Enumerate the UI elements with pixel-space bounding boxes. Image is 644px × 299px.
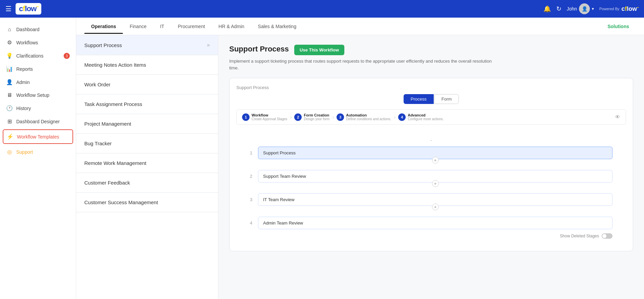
history-icon: 🕐 bbox=[6, 105, 13, 111]
list-panel: Support Process » Meeting Notes Action I… bbox=[76, 35, 218, 299]
stage-3-num: 3 bbox=[250, 197, 258, 202]
toggle-form-btn[interactable]: Form bbox=[434, 94, 459, 104]
tab-hr-admin-label: HR & Admin bbox=[218, 24, 244, 29]
step-3-title: Automation bbox=[346, 113, 391, 117]
refresh-icon[interactable]: ↻ bbox=[556, 5, 561, 13]
sidebar-item-support[interactable]: ◎ Support bbox=[0, 145, 76, 158]
sidebar: ⌂ Dashboard ⚙ Workflows 💡 Clarifications… bbox=[0, 18, 76, 299]
sidebar-label-workflow-setup: Workflow Setup bbox=[16, 92, 49, 98]
list-item-label-customer-feedback: Customer Feedback bbox=[84, 180, 130, 186]
step-1-subtitle: Create Approval Stages bbox=[252, 117, 287, 121]
stage-1-plus[interactable]: + bbox=[432, 157, 439, 164]
sidebar-item-dashboard[interactable]: ⌂ Dashboard bbox=[0, 23, 76, 36]
detail-description: Implement a support ticketing process th… bbox=[229, 58, 493, 71]
list-item-work-order[interactable]: Work Order bbox=[76, 75, 218, 94]
toggle-process-btn[interactable]: Process bbox=[404, 94, 434, 104]
stage-1-label: Support Process bbox=[263, 150, 296, 155]
sidebar-item-workflow-templates[interactable]: ⚡ Workflow Templates ← bbox=[3, 129, 73, 144]
step-1-text: Workflow Create Approval Stages bbox=[252, 113, 287, 121]
reports-icon: 📊 bbox=[6, 66, 13, 72]
list-item-label-meeting-notes: Meeting Notes Action Items bbox=[84, 62, 146, 68]
app-body: ⌂ Dashboard ⚙ Workflows 💡 Clarifications… bbox=[0, 18, 644, 299]
step-4-subtitle: Configure more actions. bbox=[408, 117, 444, 121]
sidebar-item-workflow-setup[interactable]: 🖥 Workflow Setup bbox=[0, 89, 76, 102]
list-item-label-project-management: Project Management bbox=[84, 121, 131, 127]
spacer-1 bbox=[250, 163, 613, 170]
chevron-down-icon: ▾ bbox=[592, 6, 594, 11]
tab-it[interactable]: IT bbox=[153, 19, 171, 34]
top-nav: ☰ cflow˜ 🔔 ↻ John 👤 ▾ Powered By cflow˜ bbox=[0, 0, 644, 18]
eye-icon[interactable]: 👁 bbox=[615, 114, 620, 120]
tab-finance[interactable]: Finance bbox=[123, 19, 153, 34]
list-item-label-task-assignment: Task Assignment Process bbox=[84, 101, 142, 107]
list-item-meeting-notes[interactable]: Meeting Notes Action Items bbox=[76, 55, 218, 75]
sidebar-label-clarifications: Clarifications bbox=[16, 53, 43, 59]
tab-procurement[interactable]: Procurement bbox=[171, 19, 212, 34]
detail-header: Support Process Use This Workflow bbox=[229, 45, 633, 55]
step-3-subtitle: Define conditions and actions. bbox=[346, 117, 391, 121]
tab-finance-label: Finance bbox=[130, 24, 147, 29]
stage-3-box[interactable]: IT Team Review + bbox=[258, 193, 613, 206]
stage-2-plus[interactable]: + bbox=[432, 180, 439, 187]
stage-2-num: 2 bbox=[250, 174, 258, 179]
show-deleted-section: Show Deleted Stages bbox=[250, 233, 613, 239]
sidebar-item-clarifications[interactable]: 💡 Clarifications 3 bbox=[0, 49, 76, 62]
sidebar-label-history: History bbox=[16, 106, 31, 111]
stage-4-box[interactable]: Admin Team Review bbox=[258, 217, 613, 229]
sidebar-item-admin[interactable]: 👤 Admin bbox=[0, 76, 76, 89]
sidebar-item-dashboard-designer[interactable]: ⊞ Dashboard Designer bbox=[0, 115, 76, 128]
tab-sales-marketing-label: Sales & Marketing bbox=[258, 24, 297, 29]
stage-1-box[interactable]: Support Process + bbox=[258, 147, 613, 159]
sidebar-item-workflows[interactable]: ⚙ Workflows bbox=[0, 36, 76, 49]
user-section[interactable]: John 👤 ▾ bbox=[567, 3, 594, 14]
list-item-customer-feedback[interactable]: Customer Feedback bbox=[76, 173, 218, 193]
list-item-project-management[interactable]: Project Management bbox=[76, 114, 218, 134]
list-item-remote-work[interactable]: Remote Work Management bbox=[76, 153, 218, 173]
list-item-label-customer-success: Customer Success Management bbox=[84, 199, 158, 205]
tab-it-label: IT bbox=[160, 24, 164, 29]
step-1-num: 1 bbox=[242, 113, 250, 121]
tab-hr-admin[interactable]: HR & Admin bbox=[212, 19, 251, 34]
stage-2-box[interactable]: Support Team Review + bbox=[258, 170, 613, 183]
tab-operations[interactable]: Operations bbox=[84, 19, 123, 34]
list-item-support-process[interactable]: Support Process » bbox=[76, 35, 218, 55]
stage-row-2: 2 Support Team Review + bbox=[250, 170, 613, 183]
tab-operations-label: Operations bbox=[91, 24, 116, 29]
support-icon: ◎ bbox=[6, 149, 13, 155]
stage-4-num: 4 bbox=[250, 220, 258, 226]
list-item-task-assignment[interactable]: Task Assignment Process bbox=[76, 94, 218, 114]
show-deleted-toggle[interactable] bbox=[602, 233, 613, 239]
step-2-subtitle: Design your form bbox=[304, 117, 329, 121]
workflows-icon: ⚙ bbox=[6, 39, 13, 46]
hamburger-icon[interactable]: ☰ bbox=[5, 5, 12, 13]
stage-1-num: 1 bbox=[250, 150, 258, 155]
admin-icon: 👤 bbox=[6, 79, 13, 85]
stage-3-plus[interactable]: + bbox=[432, 204, 439, 210]
sidebar-item-reports[interactable]: 📊 Reports bbox=[0, 62, 76, 76]
sidebar-item-history[interactable]: 🕐 History bbox=[0, 102, 76, 115]
clarifications-icon: 💡 bbox=[6, 52, 13, 59]
step-arrow-1: › bbox=[290, 114, 292, 120]
detail-panel: Support Process Use This Workflow Implem… bbox=[218, 35, 644, 299]
sidebar-label-support: Support bbox=[16, 149, 33, 155]
powered-by-label: Powered By bbox=[599, 7, 619, 11]
use-workflow-button[interactable]: Use This Workflow bbox=[294, 45, 344, 55]
sidebar-label-admin: Admin bbox=[16, 80, 30, 85]
tab-solutions-label: Solutions bbox=[607, 24, 629, 29]
stage-3-label: IT Team Review bbox=[263, 197, 295, 202]
step-2-text: Form Creation Design your form bbox=[304, 113, 329, 121]
tab-nav: Operations Finance IT Procurement HR & A… bbox=[76, 18, 644, 35]
show-deleted-label: Show Deleted Stages bbox=[560, 234, 599, 238]
notification-icon[interactable]: 🔔 bbox=[543, 5, 551, 13]
connector-dot: · bbox=[250, 137, 613, 144]
list-item-bug-tracker[interactable]: Bug Tracker bbox=[76, 134, 218, 153]
list-item-customer-success[interactable]: Customer Success Management bbox=[76, 193, 218, 212]
tab-solutions[interactable]: Solutions bbox=[601, 19, 636, 34]
tab-sales-marketing[interactable]: Sales & Marketing bbox=[251, 19, 303, 34]
tab-procurement-label: Procurement bbox=[178, 24, 205, 29]
step-2: 2 Form Creation Design your form bbox=[294, 113, 329, 121]
stages-container: · 1 Support Process + 2 bbox=[236, 131, 626, 244]
sidebar-label-reports: Reports bbox=[16, 66, 33, 72]
avatar: 👤 bbox=[579, 3, 590, 14]
sidebar-label-workflow-templates: Workflow Templates bbox=[17, 134, 59, 140]
